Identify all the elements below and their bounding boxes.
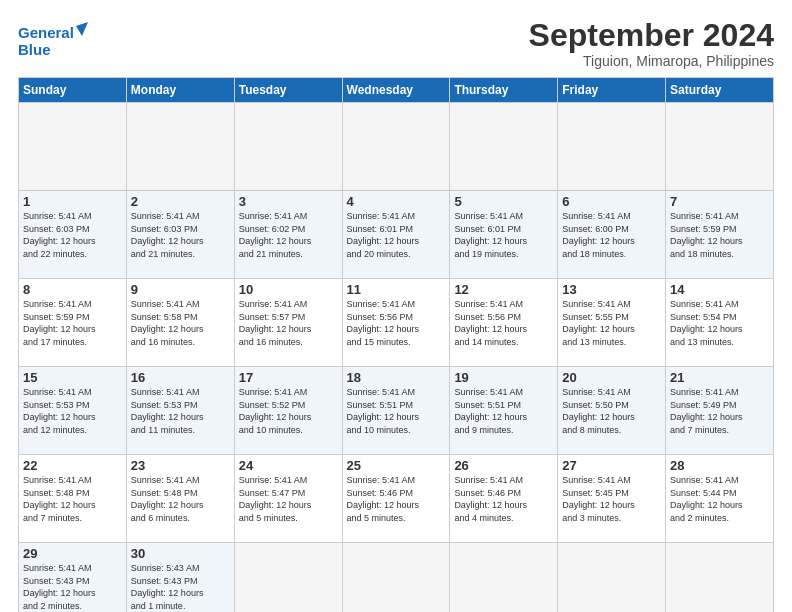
- day-number: 6: [562, 194, 661, 209]
- day-number: 19: [454, 370, 553, 385]
- day-number: 21: [670, 370, 769, 385]
- day-info: Sunrise: 5:41 AM Sunset: 5:49 PM Dayligh…: [670, 386, 769, 436]
- day-number: 28: [670, 458, 769, 473]
- day-info: Sunrise: 5:41 AM Sunset: 5:53 PM Dayligh…: [23, 386, 122, 436]
- day-cell-3-5: 20Sunrise: 5:41 AM Sunset: 5:50 PM Dayli…: [558, 367, 666, 455]
- calendar: Sunday Monday Tuesday Wednesday Thursday…: [18, 77, 774, 612]
- location: Tiguion, Mimaropa, Philippines: [529, 53, 774, 69]
- day-cell-3-1: 16Sunrise: 5:41 AM Sunset: 5:53 PM Dayli…: [126, 367, 234, 455]
- page: GeneralBlue September 2024 Tiguion, Mima…: [0, 0, 792, 612]
- day-info: Sunrise: 5:41 AM Sunset: 5:57 PM Dayligh…: [239, 298, 338, 348]
- logo-text: GeneralBlue: [18, 22, 88, 60]
- day-cell-2-5: 13Sunrise: 5:41 AM Sunset: 5:55 PM Dayli…: [558, 279, 666, 367]
- day-info: Sunrise: 5:41 AM Sunset: 5:51 PM Dayligh…: [347, 386, 446, 436]
- day-info: Sunrise: 5:41 AM Sunset: 5:56 PM Dayligh…: [454, 298, 553, 348]
- day-cell-5-2: [234, 543, 342, 612]
- day-number: 15: [23, 370, 122, 385]
- day-cell-3-0: 15Sunrise: 5:41 AM Sunset: 5:53 PM Dayli…: [19, 367, 127, 455]
- svg-text:Blue: Blue: [18, 41, 51, 58]
- day-number: 10: [239, 282, 338, 297]
- header-wednesday: Wednesday: [342, 78, 450, 103]
- day-number: 14: [670, 282, 769, 297]
- day-cell-4-5: 27Sunrise: 5:41 AM Sunset: 5:45 PM Dayli…: [558, 455, 666, 543]
- day-cell-1-6: 7Sunrise: 5:41 AM Sunset: 5:59 PM Daylig…: [666, 191, 774, 279]
- day-cell-4-2: 24Sunrise: 5:41 AM Sunset: 5:47 PM Dayli…: [234, 455, 342, 543]
- day-cell-4-3: 25Sunrise: 5:41 AM Sunset: 5:46 PM Dayli…: [342, 455, 450, 543]
- day-cell-0-3: [342, 103, 450, 191]
- day-cell-1-1: 2Sunrise: 5:41 AM Sunset: 6:03 PM Daylig…: [126, 191, 234, 279]
- day-cell-0-4: [450, 103, 558, 191]
- day-info: Sunrise: 5:41 AM Sunset: 5:48 PM Dayligh…: [23, 474, 122, 524]
- day-cell-4-4: 26Sunrise: 5:41 AM Sunset: 5:46 PM Dayli…: [450, 455, 558, 543]
- day-number: 11: [347, 282, 446, 297]
- day-number: 27: [562, 458, 661, 473]
- day-number: 23: [131, 458, 230, 473]
- day-number: 12: [454, 282, 553, 297]
- day-info: Sunrise: 5:41 AM Sunset: 5:50 PM Dayligh…: [562, 386, 661, 436]
- day-info: Sunrise: 5:41 AM Sunset: 6:03 PM Dayligh…: [23, 210, 122, 260]
- day-info: Sunrise: 5:41 AM Sunset: 5:43 PM Dayligh…: [23, 562, 122, 612]
- week-row-5: 29Sunrise: 5:41 AM Sunset: 5:43 PM Dayli…: [19, 543, 774, 612]
- day-info: Sunrise: 5:41 AM Sunset: 5:59 PM Dayligh…: [670, 210, 769, 260]
- day-cell-1-3: 4Sunrise: 5:41 AM Sunset: 6:01 PM Daylig…: [342, 191, 450, 279]
- day-cell-0-0: [19, 103, 127, 191]
- header-tuesday: Tuesday: [234, 78, 342, 103]
- day-number: 25: [347, 458, 446, 473]
- week-row-0: [19, 103, 774, 191]
- day-number: 7: [670, 194, 769, 209]
- header-friday: Friday: [558, 78, 666, 103]
- day-cell-1-5: 6Sunrise: 5:41 AM Sunset: 6:00 PM Daylig…: [558, 191, 666, 279]
- svg-marker-2: [76, 22, 88, 36]
- day-cell-5-6: [666, 543, 774, 612]
- day-cell-4-6: 28Sunrise: 5:41 AM Sunset: 5:44 PM Dayli…: [666, 455, 774, 543]
- day-cell-3-2: 17Sunrise: 5:41 AM Sunset: 5:52 PM Dayli…: [234, 367, 342, 455]
- day-cell-5-3: [342, 543, 450, 612]
- day-info: Sunrise: 5:41 AM Sunset: 5:51 PM Dayligh…: [454, 386, 553, 436]
- header-sunday: Sunday: [19, 78, 127, 103]
- day-cell-1-2: 3Sunrise: 5:41 AM Sunset: 6:02 PM Daylig…: [234, 191, 342, 279]
- day-cell-0-6: [666, 103, 774, 191]
- day-number: 3: [239, 194, 338, 209]
- day-info: Sunrise: 5:41 AM Sunset: 6:01 PM Dayligh…: [347, 210, 446, 260]
- day-number: 18: [347, 370, 446, 385]
- day-info: Sunrise: 5:41 AM Sunset: 6:01 PM Dayligh…: [454, 210, 553, 260]
- header-monday: Monday: [126, 78, 234, 103]
- week-row-2: 8Sunrise: 5:41 AM Sunset: 5:59 PM Daylig…: [19, 279, 774, 367]
- day-cell-3-4: 19Sunrise: 5:41 AM Sunset: 5:51 PM Dayli…: [450, 367, 558, 455]
- day-info: Sunrise: 5:41 AM Sunset: 5:52 PM Dayligh…: [239, 386, 338, 436]
- logo-svg: GeneralBlue: [18, 22, 88, 60]
- day-cell-5-1: 30Sunrise: 5:43 AM Sunset: 5:43 PM Dayli…: [126, 543, 234, 612]
- day-cell-0-1: [126, 103, 234, 191]
- day-info: Sunrise: 5:41 AM Sunset: 5:54 PM Dayligh…: [670, 298, 769, 348]
- day-info: Sunrise: 5:41 AM Sunset: 6:02 PM Dayligh…: [239, 210, 338, 260]
- day-cell-1-4: 5Sunrise: 5:41 AM Sunset: 6:01 PM Daylig…: [450, 191, 558, 279]
- day-cell-4-0: 22Sunrise: 5:41 AM Sunset: 5:48 PM Dayli…: [19, 455, 127, 543]
- day-info: Sunrise: 5:41 AM Sunset: 5:48 PM Dayligh…: [131, 474, 230, 524]
- day-number: 16: [131, 370, 230, 385]
- day-number: 5: [454, 194, 553, 209]
- day-cell-3-6: 21Sunrise: 5:41 AM Sunset: 5:49 PM Dayli…: [666, 367, 774, 455]
- day-info: Sunrise: 5:41 AM Sunset: 5:44 PM Dayligh…: [670, 474, 769, 524]
- day-number: 4: [347, 194, 446, 209]
- day-number: 22: [23, 458, 122, 473]
- day-info: Sunrise: 5:41 AM Sunset: 5:46 PM Dayligh…: [454, 474, 553, 524]
- day-cell-2-3: 11Sunrise: 5:41 AM Sunset: 5:56 PM Dayli…: [342, 279, 450, 367]
- day-info: Sunrise: 5:41 AM Sunset: 5:53 PM Dayligh…: [131, 386, 230, 436]
- title-block: September 2024 Tiguion, Mimaropa, Philip…: [529, 18, 774, 69]
- day-number: 8: [23, 282, 122, 297]
- day-cell-0-5: [558, 103, 666, 191]
- day-info: Sunrise: 5:41 AM Sunset: 5:45 PM Dayligh…: [562, 474, 661, 524]
- day-number: 29: [23, 546, 122, 561]
- day-cell-5-5: [558, 543, 666, 612]
- day-info: Sunrise: 5:41 AM Sunset: 5:56 PM Dayligh…: [347, 298, 446, 348]
- day-info: Sunrise: 5:41 AM Sunset: 5:55 PM Dayligh…: [562, 298, 661, 348]
- header-saturday: Saturday: [666, 78, 774, 103]
- day-cell-0-2: [234, 103, 342, 191]
- day-cell-2-1: 9Sunrise: 5:41 AM Sunset: 5:58 PM Daylig…: [126, 279, 234, 367]
- day-cell-2-4: 12Sunrise: 5:41 AM Sunset: 5:56 PM Dayli…: [450, 279, 558, 367]
- day-info: Sunrise: 5:41 AM Sunset: 5:59 PM Dayligh…: [23, 298, 122, 348]
- day-number: 26: [454, 458, 553, 473]
- day-info: Sunrise: 5:43 AM Sunset: 5:43 PM Dayligh…: [131, 562, 230, 612]
- day-number: 1: [23, 194, 122, 209]
- day-info: Sunrise: 5:41 AM Sunset: 5:46 PM Dayligh…: [347, 474, 446, 524]
